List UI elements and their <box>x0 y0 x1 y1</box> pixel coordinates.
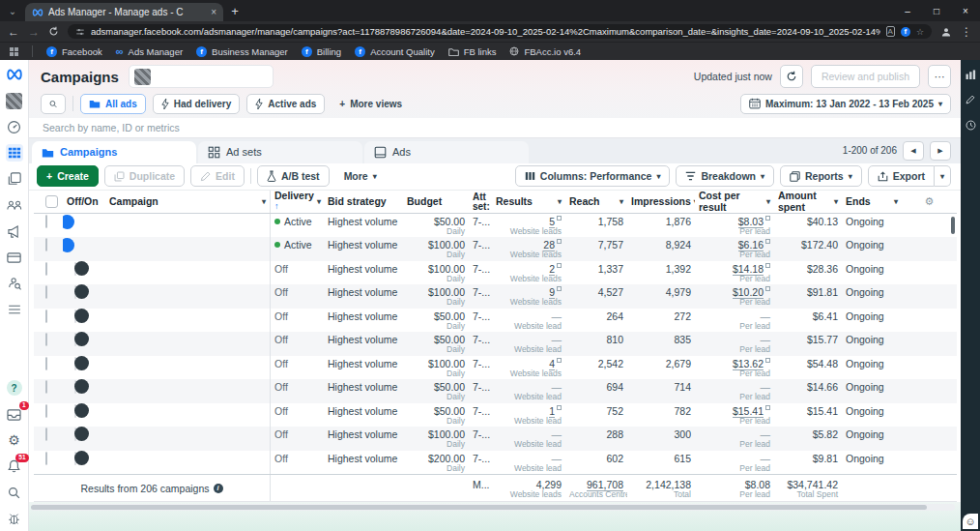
history-clock-icon[interactable] <box>966 120 976 131</box>
filter-all-ads[interactable]: All ads <box>80 94 146 114</box>
all-tools-menu-icon[interactable] <box>6 301 23 318</box>
bookmark-business-manager[interactable]: fBusiness Manager <box>196 46 288 57</box>
prev-page-button[interactable]: ◀ <box>903 141 924 161</box>
meta-logo[interactable] <box>6 66 23 83</box>
col-off-on[interactable]: Off/On <box>63 191 105 213</box>
site-info-icon[interactable] <box>75 27 85 37</box>
col-ends[interactable]: Ends▾ <box>842 191 902 213</box>
row-toggle[interactable] <box>74 333 76 346</box>
campaign-name[interactable] <box>105 356 270 380</box>
notifications-bell-icon[interactable]: 51 <box>6 457 23 475</box>
tab-campaigns[interactable]: Campaigns <box>32 141 196 163</box>
campaign-name[interactable] <box>105 332 270 356</box>
advertise-megaphone-icon[interactable] <box>6 222 23 240</box>
window-maximize-button[interactable]: □ <box>922 6 951 16</box>
col-delivery[interactable]: Delivery↑ ▾ <box>270 191 324 213</box>
edit-button[interactable]: Edit <box>190 165 245 187</box>
row-checkbox[interactable] <box>34 309 63 333</box>
browser-menu-icon[interactable]: ⋮ <box>961 26 972 38</box>
column-settings-gear-icon[interactable]: ⚙ <box>902 191 957 213</box>
feedback-smiley-icon[interactable]: ☺ <box>963 514 978 529</box>
filter-search-button[interactable] <box>41 94 66 114</box>
export-caret-button[interactable]: ▾ <box>935 165 951 187</box>
search-rail-icon[interactable] <box>6 484 23 501</box>
row-toggle-cell[interactable] <box>63 237 105 261</box>
new-tab-button[interactable]: + <box>223 0 246 21</box>
row-toggle-cell[interactable] <box>63 356 105 380</box>
row-toggle-cell[interactable] <box>63 284 105 309</box>
row-toggle[interactable] <box>74 452 76 465</box>
browser-tab[interactable]: Ads Manager - Manage ads - C × <box>25 3 223 21</box>
row-checkbox[interactable] <box>34 356 63 380</box>
row-toggle[interactable] <box>74 285 76 299</box>
account-avatar[interactable] <box>6 92 23 109</box>
col-budget[interactable]: Budget <box>403 191 469 213</box>
billing-card-icon[interactable] <box>6 249 23 266</box>
reports-button[interactable]: Reports▾ <box>780 165 862 187</box>
row-toggle-cell[interactable] <box>63 214 105 238</box>
bookmark-billing[interactable]: fBilling <box>302 46 341 57</box>
col-campaign[interactable]: Campaign▾ <box>105 191 270 213</box>
bookmark-star-icon[interactable]: ☆ <box>916 27 924 37</box>
window-minimize-button[interactable]: – <box>893 6 922 16</box>
row-checkbox[interactable] <box>34 403 63 428</box>
col-amount-spent[interactable]: Amount spent▾ <box>774 191 842 213</box>
row-checkbox[interactable] <box>34 261 63 285</box>
ad-account-selector[interactable] <box>129 65 274 88</box>
row-toggle-cell[interactable] <box>63 332 105 356</box>
forward-icon[interactable]: → <box>28 26 40 38</box>
row-toggle[interactable] <box>74 310 76 323</box>
col-attribution[interactable]: Att set: <box>469 191 492 213</box>
row-checkbox[interactable] <box>34 451 63 475</box>
select-all-checkbox[interactable] <box>34 191 63 213</box>
columns-button[interactable]: Columns: Performance▾ <box>515 165 671 187</box>
row-toggle[interactable] <box>74 404 76 418</box>
breakdown-button[interactable]: Breakdown▾ <box>676 165 774 187</box>
col-cost-per-result[interactable]: Cost per result▾ <box>695 191 774 213</box>
more-actions-button[interactable]: More ▾ <box>335 165 386 187</box>
filter-had-delivery[interactable]: Had delivery <box>153 94 240 114</box>
review-and-publish-button[interactable]: Review and publish <box>811 65 920 88</box>
translate-icon[interactable]: A <box>886 26 895 37</box>
row-checkbox[interactable] <box>34 237 63 261</box>
refresh-button[interactable] <box>780 65 803 88</box>
table-search-input[interactable] <box>43 122 947 133</box>
filter-active-ads[interactable]: Active ads <box>246 94 325 114</box>
duplicate-button[interactable]: Duplicate <box>104 165 185 187</box>
row-toggle-cell[interactable] <box>63 309 105 333</box>
facebook-extension-icon[interactable]: f <box>901 27 910 37</box>
col-bid-strategy[interactable]: Bid strategy <box>324 191 403 213</box>
export-button[interactable]: Export <box>868 165 935 187</box>
create-button[interactable]: + Create <box>37 165 99 187</box>
tab-ad-sets[interactable]: Ad sets <box>198 141 362 163</box>
col-reach[interactable]: Reach▾ <box>565 191 627 213</box>
row-toggle-cell[interactable] <box>63 427 105 451</box>
more-views-button[interactable]: + More views <box>331 94 410 114</box>
info-icon[interactable]: i <box>214 484 223 493</box>
campaign-name[interactable] <box>105 261 270 285</box>
row-toggle[interactable] <box>74 380 76 394</box>
campaign-name[interactable] <box>105 309 270 333</box>
row-checkbox[interactable] <box>34 379 63 403</box>
campaign-name[interactable] <box>105 427 270 451</box>
bug-report-icon[interactable] <box>6 510 23 527</box>
campaign-name[interactable] <box>105 237 270 261</box>
bookmark-fb-links[interactable]: FB links <box>448 46 497 57</box>
tab-close-icon[interactable]: × <box>211 7 216 17</box>
next-page-button[interactable]: ▶ <box>930 141 951 161</box>
header-more-button[interactable]: ⋯ <box>928 65 951 88</box>
row-checkbox[interactable] <box>34 214 63 238</box>
bookmark-fbacc[interactable]: FBAcc.io v6.4 <box>509 46 581 57</box>
row-toggle-cell[interactable] <box>63 403 105 428</box>
settings-gear-icon[interactable]: ⚙ <box>6 431 23 449</box>
horizontal-scrollbar[interactable] <box>31 504 955 511</box>
row-toggle-cell[interactable] <box>63 451 105 475</box>
row-checkbox[interactable] <box>34 284 63 309</box>
row-checkbox[interactable] <box>34 332 63 356</box>
row-checkbox[interactable] <box>34 427 63 451</box>
edit-pencil-icon[interactable] <box>966 95 975 104</box>
campaign-name[interactable] <box>105 403 270 428</box>
vertical-scrollbar[interactable] <box>951 217 955 234</box>
window-close-button[interactable]: × <box>951 6 980 16</box>
bookmark-facebook[interactable]: fFacebook <box>46 46 102 57</box>
